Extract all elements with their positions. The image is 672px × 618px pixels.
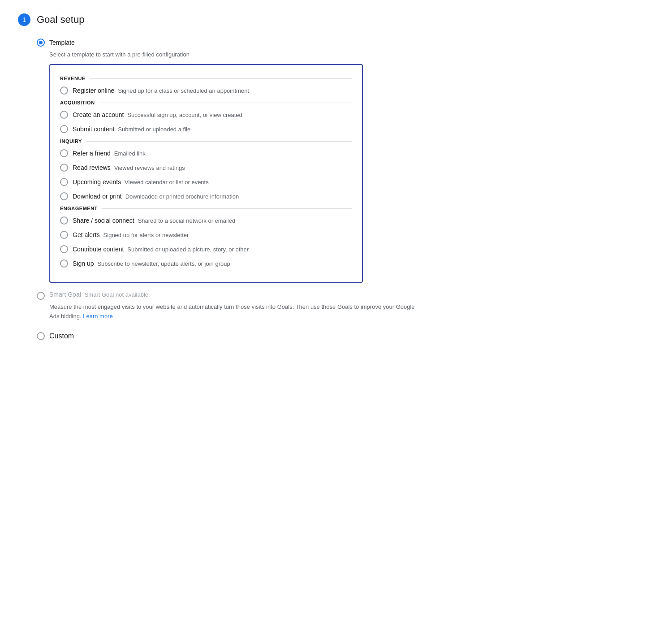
- list-item: Register online Signed up for a class or…: [60, 86, 352, 95]
- list-item: Share / social connect Shared to a socia…: [60, 216, 352, 225]
- learn-more-link[interactable]: Learn more: [83, 313, 112, 320]
- category-acquisition: ACQUISITION Create an account Successful…: [60, 100, 352, 134]
- template-label: Template: [49, 39, 75, 46]
- list-item: Contribute content Submitted or uploaded…: [60, 244, 352, 254]
- page-title: Goal setup: [37, 14, 84, 26]
- category-engagement: ENGAGEMENT Share / social connect Shared…: [60, 206, 352, 268]
- list-item: Read reviews Viewed reviews and ratings: [60, 163, 352, 173]
- list-item: Download or print Downloaded or printed …: [60, 191, 352, 201]
- contribute-content-name: Contribute content: [73, 246, 124, 253]
- submit-content-radio[interactable]: [60, 125, 68, 133]
- category-label-acquisition: ACQUISITION: [60, 100, 352, 105]
- read-reviews-desc: Viewed reviews and ratings: [114, 164, 185, 171]
- smart-goal-radio[interactable]: [37, 292, 45, 300]
- register-online-radio[interactable]: [60, 86, 68, 95]
- list-item: Submit content Submitted or uploaded a f…: [60, 124, 352, 134]
- category-revenue: REVENUE Register online Signed up for a …: [60, 76, 352, 95]
- template-option-row: Template: [37, 39, 654, 47]
- smart-goal-section: Smart Goal Smart Goal not available. Mea…: [37, 291, 654, 321]
- custom-radio[interactable]: [37, 332, 45, 340]
- page-header: 1 Goal setup: [18, 13, 654, 26]
- contribute-content-desc: Submitted or uploaded a picture, story, …: [127, 246, 249, 253]
- read-reviews-radio[interactable]: [60, 164, 68, 172]
- refer-friend-radio[interactable]: [60, 149, 68, 157]
- contribute-content-radio[interactable]: [60, 245, 68, 253]
- category-label-inquiry: INQUIRY: [60, 138, 352, 144]
- create-account-radio[interactable]: [60, 111, 68, 119]
- share-social-desc: Shared to a social network or emailed: [138, 217, 236, 224]
- download-print-name: Download or print: [73, 193, 122, 200]
- download-print-desc: Downloaded or printed brochure informati…: [125, 193, 239, 200]
- template-description: Select a template to start with a pre-fi…: [49, 51, 654, 58]
- upcoming-events-desc: Viewed calendar or list or events: [125, 179, 209, 186]
- custom-label: Custom: [49, 332, 74, 340]
- smart-goal-desc-inline: Smart Goal not available.: [85, 291, 150, 298]
- template-radio[interactable]: [37, 39, 45, 47]
- register-online-name: Register online: [73, 87, 114, 94]
- list-item: Refer a friend Emailed link: [60, 148, 352, 158]
- get-alerts-radio[interactable]: [60, 231, 68, 239]
- custom-option-row: Custom: [37, 332, 654, 340]
- list-item: Get alerts Signed up for alerts or newsl…: [60, 230, 352, 240]
- upcoming-events-name: Upcoming events: [73, 178, 121, 186]
- get-alerts-desc: Signed up for alerts or newsletter: [103, 232, 189, 238]
- category-inquiry: INQUIRY Refer a friend Emailed link Read…: [60, 138, 352, 201]
- list-item: Create an account Successful sign up, ac…: [60, 110, 352, 120]
- get-alerts-name: Get alerts: [73, 231, 100, 238]
- template-box: REVENUE Register online Signed up for a …: [49, 64, 363, 283]
- download-print-radio[interactable]: [60, 192, 68, 200]
- create-account-name: Create an account: [73, 111, 124, 118]
- sign-up-name: Sign up: [73, 260, 94, 267]
- category-label-revenue: REVENUE: [60, 76, 352, 81]
- sign-up-desc: Subscribe to newsletter, update alerts, …: [97, 260, 230, 267]
- smart-goal-title: Smart Goal: [49, 291, 81, 298]
- smart-goal-row: Smart Goal Smart Goal not available.: [37, 291, 654, 300]
- read-reviews-name: Read reviews: [73, 164, 111, 171]
- share-social-name: Share / social connect: [73, 217, 134, 224]
- share-social-radio[interactable]: [60, 216, 68, 225]
- list-item: Sign up Subscribe to newsletter, update …: [60, 259, 352, 268]
- create-account-desc: Successful sign up, account, or view cre…: [127, 112, 242, 118]
- submit-content-name: Submit content: [73, 125, 114, 133]
- submit-content-desc: Submitted or uploaded a file: [118, 126, 190, 133]
- upcoming-events-radio[interactable]: [60, 178, 68, 186]
- register-online-desc: Signed up for a class or scheduled an ap…: [118, 87, 249, 94]
- category-label-engagement: ENGAGEMENT: [60, 206, 352, 211]
- step-badge: 1: [18, 13, 30, 26]
- sign-up-radio[interactable]: [60, 259, 68, 268]
- refer-friend-name: Refer a friend: [73, 150, 111, 157]
- list-item: Upcoming events Viewed calendar or list …: [60, 177, 352, 187]
- refer-friend-desc: Emailed link: [114, 150, 146, 157]
- smart-goal-desc-block: Measure the most engaged visits to your …: [49, 303, 417, 321]
